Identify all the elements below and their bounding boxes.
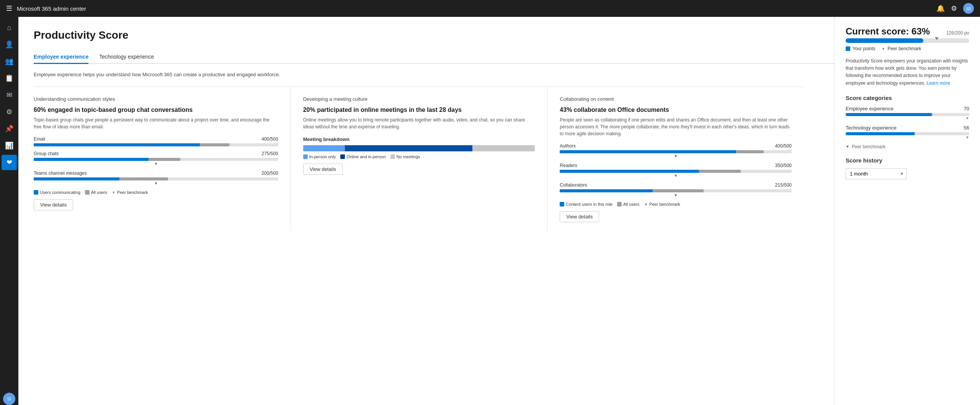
- category-tech-value: 56: [964, 125, 969, 131]
- legend-label-peer3: Peer benchmark: [649, 202, 680, 207]
- bar-track-teams: [34, 177, 278, 180]
- bar-track-authors: [560, 150, 792, 153]
- legend-your-points-label: Your points: [853, 46, 875, 51]
- category-employee-label: Employee experience: [846, 106, 893, 111]
- bar-arrow-groupchats: ▼: [34, 162, 278, 166]
- peer-tri-icon: ▼: [882, 47, 885, 51]
- tab-employee-experience[interactable]: Employee experience: [34, 51, 88, 64]
- current-score-title: Current score: 63%: [846, 26, 930, 37]
- bar-row-collaborators: Collaborators 215/500 ▼: [560, 182, 792, 197]
- legend-label-online: Online and in-person: [346, 154, 385, 159]
- card2-legend: In-person only Online and in-person No m…: [303, 154, 535, 159]
- peer-tri-row-icon: ▼: [846, 144, 849, 149]
- legend-dot-lightblue: [303, 154, 308, 159]
- legend-dot-darkblue: [340, 154, 345, 159]
- legend-all-users: All users: [85, 190, 107, 195]
- peer-benchmark-text: Peer benchmark: [852, 144, 885, 149]
- card2-main-stat: 20% participated in online meetings in t…: [303, 107, 535, 113]
- bar-row-authors: Authors 400/500 ▼: [560, 143, 792, 158]
- legend-no-meetings: No meetings: [390, 154, 420, 159]
- sidebar-item-groups[interactable]: 👥: [2, 54, 17, 69]
- bar-label-authors: Authors: [560, 143, 575, 149]
- bar-value-collaborators: 215/500: [775, 182, 792, 188]
- bar-fill-blue-teams: [34, 177, 119, 180]
- bar-arrow-authors: ▼: [560, 154, 792, 158]
- bar-row-groupchats: Group chats 275/500 ▼: [34, 151, 278, 166]
- sidebar-item-pin[interactable]: 📌: [2, 121, 17, 136]
- bar-value-email: 400/500: [261, 136, 278, 142]
- bar-track-groupchats: [34, 158, 278, 161]
- user-initials[interactable]: SI: [963, 3, 974, 14]
- category-employee-value: 70: [964, 106, 969, 111]
- sidebar-item-reports[interactable]: 📊: [2, 138, 17, 153]
- bar-value-groupchats: 275/500: [261, 151, 278, 156]
- card2-description: Online meetings allow you to bring remot…: [303, 116, 535, 130]
- bar-row-teams: Teams channel messages 200/500 ▼: [34, 171, 278, 185]
- current-score-sub: 126/200 po: [946, 30, 969, 36]
- tabs: Employee experience Technology experienc…: [34, 51, 965, 64]
- peer-benchmark-row: ▼ Peer benchmark: [846, 144, 969, 149]
- card1-main-stat: 60% engaged in topic-based group chat co…: [34, 107, 278, 113]
- legend-peer-3: ▼ Peer benchmark: [644, 202, 680, 207]
- category-tech-bar-fill: [846, 132, 915, 135]
- view-details-button-3[interactable]: View details: [560, 211, 599, 222]
- category-employee: Employee experience 70 ▼: [846, 106, 969, 120]
- right-panel: Current score: 63% 126/200 po Your point…: [835, 17, 980, 405]
- cat-arrow-tech: ▼: [846, 135, 969, 139]
- sidebar-item-billing[interactable]: 📋: [2, 71, 17, 86]
- card-meetings: Developing a meeting culture 20% partici…: [291, 87, 547, 231]
- hamburger-icon[interactable]: ☰: [6, 4, 12, 13]
- bar-label-groupchats: Group chats: [34, 151, 59, 156]
- bar-track-readers: [560, 170, 792, 173]
- topbar: ☰ Microsoft 365 admin center 🔔 ⚙ SI: [0, 0, 980, 17]
- bar-arrow-teams: ▼: [34, 181, 278, 185]
- legend-peer-benchmark: ▼ Peer benchmark: [112, 190, 148, 195]
- bar-row-readers: Readers 350/500 ▼: [560, 163, 792, 178]
- score-header: Current score: 63% 126/200 po: [846, 26, 969, 37]
- settings-icon[interactable]: ⚙: [951, 4, 957, 13]
- seg-inperson: [303, 145, 345, 151]
- score-legend: Your points ▼ Peer benchmark: [846, 46, 969, 51]
- view-details-button-2[interactable]: View details: [303, 164, 343, 175]
- score-legend-your-points: Your points: [846, 46, 875, 51]
- bar-row-email: Email 400/500: [34, 136, 278, 146]
- score-history-title: Score history: [846, 157, 969, 164]
- bar-value-teams: 200/500: [261, 171, 278, 176]
- bar-fill-blue-readers: [560, 170, 699, 173]
- legend-inperson-only: In-person only: [303, 154, 336, 159]
- peer-benchmark-marker: [935, 37, 939, 40]
- bar-arrow-collab: ▼: [560, 193, 792, 197]
- card3-legend: Content users in this role All users ▼ P…: [560, 202, 792, 207]
- category-tech-label: Technology experience: [846, 125, 897, 131]
- legend-dot-nomtg: [390, 154, 395, 159]
- legend-label-nomtg: No meetings: [397, 154, 420, 159]
- bar-fill-blue-collab: [560, 189, 652, 192]
- legend-content-users: Content users in this role: [560, 202, 612, 207]
- card3-main-stat: 43% collaborate on Office documents: [560, 107, 792, 113]
- bar-track-email: [34, 143, 278, 146]
- card3-section-title: Collaborating on content: [560, 96, 792, 102]
- page-description: Employee experience helps you understand…: [34, 72, 378, 77]
- notification-icon[interactable]: 🔔: [936, 4, 945, 13]
- learn-more-link[interactable]: Learn more: [926, 80, 950, 86]
- peer-tri3: ▼: [644, 202, 648, 207]
- cat-arrow-employee: ▼: [846, 116, 969, 120]
- sidebar-item-avatar[interactable]: SI: [3, 393, 15, 405]
- sidebar-item-health[interactable]: ❤: [2, 155, 17, 170]
- sidebar-item-home[interactable]: ⌂: [2, 20, 17, 35]
- bar-value-readers: 350/500: [775, 163, 792, 168]
- category-tech-bar-track: [846, 132, 969, 135]
- legend-label-peer: Peer benchmark: [117, 190, 148, 195]
- legend-label-all3: All users: [623, 202, 639, 207]
- card-collaboration: Collaborating on content 43% collaborate…: [547, 87, 804, 231]
- category-employee-bar-track: [846, 113, 969, 116]
- sidebar-item-users[interactable]: 👤: [2, 37, 17, 52]
- legend-dot-gray2: [85, 190, 90, 195]
- sidebar-item-support[interactable]: ✉: [2, 87, 17, 103]
- view-details-button-1[interactable]: View details: [34, 199, 73, 210]
- score-history-select[interactable]: 1 month 3 months 6 months 12 months: [846, 168, 907, 179]
- legend-label-content: Content users in this role: [566, 202, 612, 207]
- tab-technology-experience[interactable]: Technology experience: [99, 51, 154, 64]
- sidebar-item-settings[interactable]: ⚙: [2, 104, 17, 120]
- legend-your-points-dot: [846, 46, 850, 51]
